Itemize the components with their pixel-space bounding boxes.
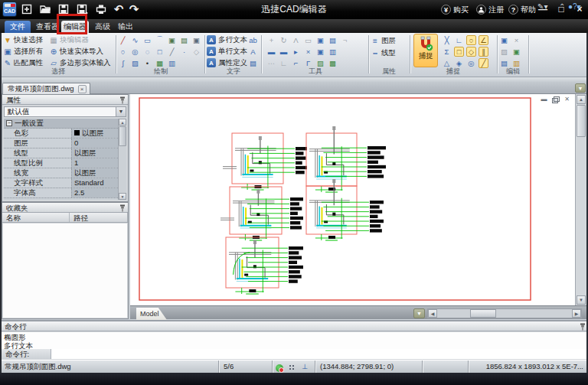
draw-arc-icon[interactable]: ⌒ [155,35,165,45]
property-row[interactable]: 线宽以图层 [4,168,118,178]
collapse-ribbon-icon[interactable]: ⌃ [559,2,565,12]
cad-drawing[interactable] [130,94,575,305]
ribbon-item-match-properties[interactable]: ✎匹配属性 [3,57,43,68]
property-row[interactable]: 图层0 [4,139,118,148]
draw-region-icon[interactable]: □ [155,47,165,57]
scroll-up-icon[interactable]: ▲ [119,119,126,126]
ortho-status-icon[interactable]: ⊥ [300,362,309,371]
property-row[interactable]: 文字样式Standard [4,178,118,188]
snap-snap-node-icon[interactable]: ◇ [466,47,476,57]
tab-list-chevron-icon[interactable]: ▼ [575,83,586,93]
property-grid-scrollbar[interactable]: ▲ ▼ [118,119,126,200]
command-input[interactable] [51,349,587,359]
ribbon-tab-viewer[interactable]: 查看器 [34,21,61,33]
help-button[interactable]: ? 帮助 [508,3,536,16]
ribbon-item-dtext[interactable]: A单行文本 [207,46,247,57]
ribbon-item-quick-select[interactable]: ▼快速选择 [3,34,43,45]
tool-mirror-icon[interactable]: Λ [291,35,301,45]
scroll-thumb[interactable] [470,309,496,318]
scroll-up-icon[interactable]: ▲ [577,95,586,104]
tool-array-icon[interactable]: ▭ [303,35,313,45]
draw-polyline-icon[interactable]: ∿ [130,35,140,45]
chevron-down-icon[interactable]: ▼ [116,107,126,116]
draw-paste-block-icon[interactable]: ▣ [191,35,201,45]
preset-dropdown[interactable]: 默认值 ▼ [4,106,126,117]
ribbon-item-mtext[interactable]: A多行文本 [207,34,247,45]
edit-cut-clip-icon[interactable]: ▨ [499,47,509,57]
column-name[interactable]: 名称 [2,213,70,222]
model-tab[interactable]: Model [136,308,167,320]
ribbon-item-linetype[interactable]: ┅线型 [371,47,396,58]
draw-block-icon[interactable]: ▣ [167,35,177,45]
snap-snap-angle-icon[interactable]: ∠ [479,35,488,45]
snap-status-icon[interactable] [275,362,284,371]
text-text-style-icon[interactable]: A [248,47,258,57]
property-row[interactable]: 色彩以图层 [4,129,118,139]
snap-snap-parallel-icon[interactable]: ∥ [479,47,488,57]
text-text-edit-icon[interactable]: ab [248,35,258,45]
pin-icon[interactable] [119,204,126,214]
property-row[interactable]: 线型比例1 [4,158,118,168]
doc-restore-icon[interactable] [551,96,560,103]
layout-chevron-icon[interactable]: ▼ [413,308,425,318]
document-tab[interactable]: 常规吊顶剖面图.dwg × [2,83,90,94]
doc-minimize-icon[interactable]: ▬ [540,96,548,103]
horizontal-scrollbar[interactable]: ◀ ▶ [427,308,582,318]
tab-close-icon[interactable]: × [78,85,87,93]
snap-snap-intersection-icon[interactable]: ╳ [442,35,452,45]
draw-rectangle-icon[interactable]: ▭ [142,35,152,45]
scroll-thumb[interactable] [577,105,586,137]
ribbon-tab-output[interactable]: 输出 [115,21,136,33]
tool-copy-icon[interactable]: ▣ [315,35,325,45]
edit-paste-clip-icon[interactable]: ▣ [511,47,521,57]
drawing-canvas[interactable]: ▬ ✕ ▲ ▼ Model ▼ ◀ ▶ [130,94,586,319]
command-history[interactable]: 椭圆形多行文本 [1,332,587,351]
doc-close-icon[interactable]: ✕ [563,96,571,103]
draw-line-icon[interactable]: ╱ [118,35,128,45]
snap-toggle-button[interactable]: 捕捉 [413,34,438,67]
draw-circle-icon[interactable]: ○ [118,47,128,57]
draw-ellipse-icon[interactable]: ◌ [142,47,152,57]
tool-explode-icon[interactable]: ▥ [328,47,338,57]
vertical-scrollbar[interactable]: ▲ ▼ [575,94,586,305]
scroll-down-icon[interactable]: ▼ [577,295,586,305]
snap-snap-midpoint-icon[interactable]: Σ [442,47,452,57]
favorites-list[interactable] [3,223,127,318]
ribbon-item-select-all[interactable]: ▣选择所有 [3,46,43,57]
snap-snap-endpoint-icon[interactable]: □ [454,47,464,57]
ribbon-item-polygon-entity-input[interactable]: ▱多边形实体输入 [49,57,111,68]
tool-rotate-icon[interactable]: ↻ [279,35,289,45]
tool-trim-icon[interactable]: × [303,47,313,57]
tool-join-icon[interactable]: ▣ [315,47,325,57]
scroll-down-icon[interactable]: ▼ [119,193,126,200]
tool-pick-icon[interactable]: ▸ [291,47,301,57]
tool-move-icon[interactable]: + [266,35,276,45]
collapse-icon[interactable]: − [6,120,12,126]
property-section-header[interactable]: −一般设置 [4,119,118,129]
tool-offset-icon[interactable]: ¬ [340,35,350,45]
buy-button[interactable]: ¥ 购买 [441,3,469,16]
ribbon-tab-advanced[interactable]: 高级 [92,21,113,33]
draw-donut-icon[interactable]: ◎ [130,47,140,57]
draw-ray-icon[interactable]: ╱ [167,47,177,57]
pin-icon[interactable] [119,96,126,106]
tool-insert-block-icon[interactable]: ▬ [266,47,276,57]
ribbon-item-quick-entity-import[interactable]: ⊕快速实体导入 [49,46,103,57]
scroll-right-icon[interactable]: ▶ [572,309,581,318]
grid-status-icon[interactable] [288,362,297,371]
ribbon-tab-file[interactable]: 文件 [5,21,31,33]
snap-snap-perpendicular-icon[interactable]: ∟ [454,35,464,45]
property-row[interactable]: 字体高2.5 [4,188,118,198]
tool-block-ref-icon[interactable]: ▤ [328,35,338,45]
quick-edit-icon[interactable]: ✎▾ [537,2,547,12]
snap-snap-tangent-icon[interactable]: ○ [466,35,476,45]
ribbon-tab-editor[interactable]: 编辑器 [61,21,89,33]
tool-make-block-icon[interactable]: ▬ [279,47,289,57]
edit-delete-icon[interactable]: × [511,35,521,45]
ribbon-help-icon[interactable]: ●?▾ [568,2,581,12]
register-button[interactable]: 注册 [476,3,504,16]
property-row[interactable]: 线型以图层 [4,148,118,158]
draw-wipeout-icon[interactable]: ◇ [191,47,201,57]
draw-point-icon[interactable]: · [179,47,189,57]
draw-image-icon[interactable]: ▤ [179,35,189,45]
